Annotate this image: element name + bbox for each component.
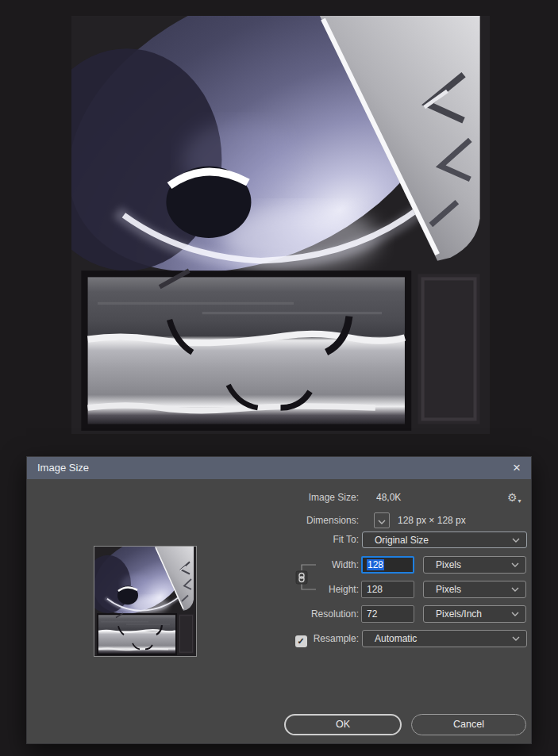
resample-checkbox[interactable]: ✓ — [295, 635, 307, 647]
resample-label: Resample: — [314, 633, 359, 644]
image-size-label: Image Size: — [59, 489, 359, 506]
chevron-down-icon — [511, 612, 519, 616]
width-input[interactable]: 128 — [361, 556, 414, 574]
image-preview-thumbnail[interactable] — [94, 546, 197, 657]
dimensions-value: 128 px × 128 px — [398, 512, 466, 529]
gear-icon: ⚙ — [507, 491, 518, 504]
chevron-down-icon — [378, 513, 386, 528]
resample-value: Automatic — [363, 633, 512, 644]
width-value-selected: 128 — [367, 559, 384, 570]
resolution-unit-select[interactable]: Pixels/Inch — [423, 605, 526, 623]
canvas-image — [71, 16, 490, 434]
fit-to-select[interactable]: Original Size — [362, 532, 527, 548]
resolution-unit-value: Pixels/Inch — [424, 608, 511, 620]
chevron-down-icon — [512, 538, 520, 543]
texture-image — [71, 16, 490, 434]
chevron-down-icon — [511, 587, 519, 592]
dimensions-label: Dimensions: — [59, 512, 359, 529]
dialog-titlebar[interactable]: Image Size × — [27, 457, 531, 479]
chevron-down-icon — [511, 562, 519, 567]
chevron-down-icon — [512, 636, 520, 641]
height-unit-select[interactable]: Pixels — [423, 581, 526, 598]
ok-button[interactable]: OK — [284, 714, 402, 735]
dimensions-unit-button[interactable] — [374, 512, 390, 528]
close-icon[interactable]: × — [504, 457, 529, 479]
resolution-input[interactable] — [361, 605, 414, 623]
width-unit-value: Pixels — [424, 559, 511, 570]
height-unit-value: Pixels — [424, 584, 511, 595]
caret-down-icon: ▾ — [518, 497, 521, 505]
width-unit-select[interactable]: Pixels — [423, 556, 526, 574]
photoshop-workspace: Image Size × Image Size: 48,0K ⚙▾ Dimens… — [0, 0, 558, 756]
settings-button[interactable]: ⚙▾ — [507, 489, 528, 506]
texture-image-thumbnail — [94, 547, 196, 656]
resample-select[interactable]: Automatic — [362, 630, 527, 647]
fit-to-value: Original Size — [363, 535, 512, 546]
height-input[interactable] — [361, 581, 414, 598]
cancel-button[interactable]: Cancel — [411, 714, 526, 735]
image-size-dialog: Image Size × Image Size: 48,0K ⚙▾ Dimens… — [26, 456, 532, 744]
image-size-value: 48,0K — [376, 489, 401, 506]
dialog-title: Image Size — [37, 462, 89, 474]
